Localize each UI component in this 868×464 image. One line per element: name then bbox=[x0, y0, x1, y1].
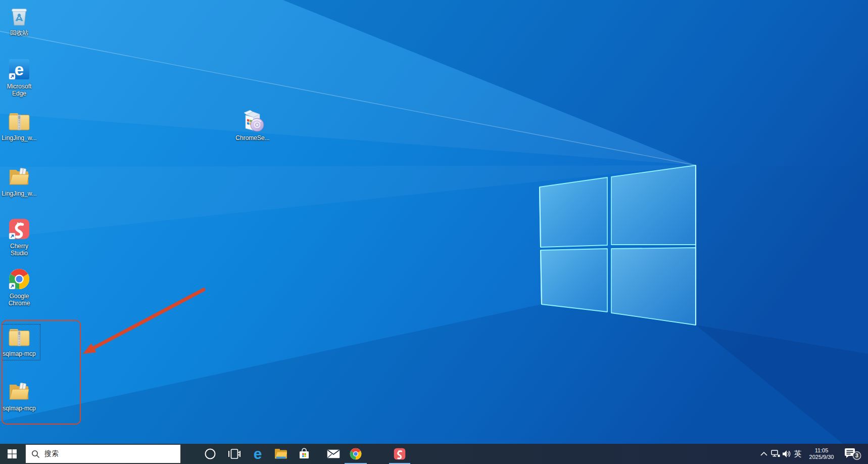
notification-icon: 3 bbox=[844, 447, 861, 461]
volume-speaker-icon bbox=[782, 449, 791, 458]
cherry-studio-icon bbox=[8, 217, 31, 241]
desktop-icon-microsoft-edge[interactable]: e Microsoft Edge bbox=[0, 58, 38, 97]
search-icon bbox=[31, 450, 40, 458]
start-button[interactable] bbox=[0, 444, 24, 464]
desktop-icon-lingjing-zip[interactable]: LingJing_w... bbox=[0, 109, 38, 142]
shortcut-arrow-icon bbox=[9, 283, 15, 289]
desktop-icon-label: Google Chrome bbox=[9, 293, 30, 307]
action-center-button[interactable]: 3 bbox=[843, 444, 863, 464]
edge-e-icon: e bbox=[250, 446, 265, 462]
windows-logo-icon bbox=[8, 449, 17, 458]
recycle-bin-icon bbox=[8, 4, 31, 27]
desktop-icon-sqlmap-mcp-folder[interactable]: sqlmap-mcp bbox=[0, 380, 38, 412]
desktop-icon-cherry-studio[interactable]: Cherry Studio bbox=[0, 217, 38, 257]
desktop-icon-label: Cherry Studio bbox=[10, 243, 28, 257]
search-placeholder: 搜索 bbox=[44, 449, 59, 458]
taskbar-search-input[interactable]: 搜索 bbox=[25, 444, 181, 463]
taskbar: 搜索 e bbox=[0, 444, 868, 464]
tray-date: 2025/9/30 bbox=[809, 454, 834, 460]
tray-clock[interactable]: 11:05 2025/9/30 bbox=[804, 444, 839, 464]
cortana-button[interactable] bbox=[199, 444, 221, 464]
desktop-icon-label: Microsoft Edge bbox=[7, 83, 32, 97]
file-explorer-button[interactable] bbox=[270, 444, 292, 464]
cherry-studio-taskbar-button[interactable] bbox=[389, 444, 411, 464]
desktop-icon-lingjing-folder[interactable]: LingJing_w... bbox=[0, 165, 38, 197]
wallpaper-windows-hero bbox=[0, 0, 868, 464]
store-bag-icon bbox=[299, 448, 310, 460]
shortcut-arrow-icon bbox=[9, 73, 15, 79]
desktop-icon-label: 回收站 bbox=[10, 29, 28, 36]
edge-taskbar-button[interactable]: e bbox=[247, 444, 269, 464]
desktop-icon-label: LingJing_w... bbox=[2, 190, 36, 197]
desktop-icon-label: LingJing_w... bbox=[2, 134, 36, 142]
desktop-icon-label: sqlmap-mcp bbox=[3, 405, 35, 412]
shortcut-arrow-icon bbox=[9, 233, 15, 239]
chrome-icon bbox=[349, 447, 362, 460]
tray-volume-button[interactable] bbox=[781, 444, 792, 464]
task-view-button[interactable] bbox=[223, 444, 246, 464]
tray-input-indicator[interactable]: 英 bbox=[791, 444, 804, 464]
chrome-taskbar-button[interactable] bbox=[345, 444, 367, 464]
cortana-circle-icon bbox=[204, 448, 216, 460]
desktop-icon-google-chrome[interactable]: Google Chrome bbox=[0, 267, 38, 307]
tray-show-hidden-icons[interactable] bbox=[758, 444, 770, 464]
chrome-icon bbox=[8, 267, 31, 291]
tray-network-button[interactable] bbox=[770, 444, 781, 464]
svg-text:e: e bbox=[254, 446, 262, 462]
folder-icon bbox=[274, 448, 287, 459]
mail-button[interactable] bbox=[322, 444, 345, 464]
desktop-icon-recycle-bin[interactable]: 回收站 bbox=[0, 4, 38, 36]
chevron-up-icon bbox=[760, 452, 767, 456]
tray-time: 11:05 bbox=[815, 447, 829, 454]
network-ethernet-icon bbox=[771, 450, 780, 458]
open-zip-folder-icon bbox=[8, 165, 31, 188]
microsoft-store-button[interactable] bbox=[293, 444, 315, 464]
open-zip-folder-icon bbox=[8, 380, 31, 403]
zip-folder-icon bbox=[8, 109, 31, 132]
desktop-icon-label: ChromeSe... bbox=[235, 134, 269, 142]
mail-envelope-icon bbox=[327, 449, 340, 458]
svg-text:e: e bbox=[15, 60, 24, 79]
notification-badge: 3 bbox=[855, 452, 858, 458]
desktop-screen: 回收站 e Microsoft Edge bbox=[0, 0, 868, 464]
desktop-icon-chrome-setup[interactable]: ChromeSe... bbox=[232, 108, 273, 142]
edge-icon: e bbox=[8, 58, 31, 81]
task-view-icon bbox=[228, 448, 241, 459]
selection-focus-rect bbox=[2, 324, 40, 360]
installer-disc-icon bbox=[240, 108, 265, 132]
cherry-studio-icon bbox=[393, 447, 406, 460]
